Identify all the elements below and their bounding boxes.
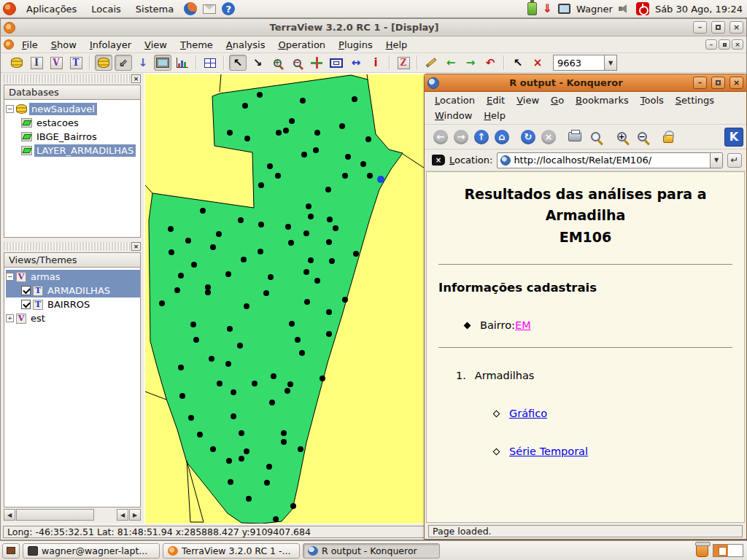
forward-button[interactable]: →: [452, 128, 470, 146]
info-tool-icon[interactable]: i: [367, 55, 384, 71]
trap-point[interactable]: [273, 516, 279, 522]
theme-checkbox[interactable]: [21, 286, 31, 295]
trap-point[interactable]: [268, 274, 274, 280]
remove-pointer-icon[interactable]: ×: [529, 55, 546, 71]
trap-point[interactable]: [227, 326, 233, 332]
print-button[interactable]: [566, 128, 584, 146]
menu-settings[interactable]: Settings: [670, 93, 720, 108]
user-switcher[interactable]: Wagner: [576, 4, 613, 15]
trap-point[interactable]: [174, 287, 180, 293]
trap-point[interactable]: [367, 173, 373, 179]
view-node-label[interactable]: est: [28, 312, 47, 324]
trap-point[interactable]: [281, 439, 287, 445]
taskbar-button[interactable]: R output - Konqueror: [303, 543, 440, 559]
trap-point[interactable]: [200, 208, 206, 214]
applications-menu[interactable]: Aplicações: [22, 2, 81, 16]
back-button[interactable]: ←: [432, 128, 449, 146]
trap-point[interactable]: [325, 187, 331, 192]
trap-point[interactable]: [225, 271, 231, 277]
trap-point[interactable]: [257, 92, 263, 98]
workspace-2[interactable]: [728, 545, 743, 556]
trap-point[interactable]: [231, 389, 236, 395]
distance-icon[interactable]: ↔: [347, 55, 365, 71]
menu-analysis[interactable]: Analysis: [220, 38, 272, 52]
trap-point[interactable]: [342, 173, 348, 179]
menu-go[interactable]: Go: [545, 93, 570, 108]
clock[interactable]: Sáb 30 Ago, 19:24: [655, 4, 744, 15]
trap-point[interactable]: [231, 413, 236, 419]
trap-point[interactable]: [299, 350, 305, 356]
maximize-button[interactable]: [711, 21, 725, 34]
trap-point[interactable]: [342, 297, 348, 303]
menu-infolayer[interactable]: Infolayer: [83, 38, 138, 52]
trap-point[interactable]: [244, 448, 249, 454]
draw-icon[interactable]: [422, 55, 440, 71]
volume-icon[interactable]: [619, 4, 630, 14]
trap-point[interactable]: [241, 257, 247, 262]
trap-point[interactable]: [304, 299, 310, 305]
menu-edit[interactable]: Edit: [481, 93, 511, 108]
home-button[interactable]: ⌂: [493, 128, 511, 146]
zoom-in-icon[interactable]: +: [268, 55, 286, 71]
layer-label[interactable]: LAYER_ARMADILHAS: [34, 144, 136, 157]
trap-point[interactable]: [193, 337, 199, 343]
zoom-extent-icon[interactable]: [328, 55, 345, 71]
tree-row-layer[interactable]: LAYER_ARMADILHAS: [6, 144, 140, 158]
mdi-restore-button[interactable]: [719, 39, 730, 50]
trap-point[interactable]: [242, 103, 248, 109]
trap-point[interactable]: [178, 365, 184, 370]
theme-label[interactable]: BAIRROS: [45, 298, 92, 311]
trap-point[interactable]: [191, 262, 197, 268]
trap-point[interactable]: [301, 152, 307, 158]
trap-point[interactable]: [246, 496, 252, 502]
import-data-icon[interactable]: [95, 55, 112, 71]
trap-point[interactable]: [269, 400, 275, 405]
trap-point[interactable]: [360, 161, 366, 167]
power-button-icon[interactable]: [636, 2, 649, 15]
expand-icon[interactable]: +: [6, 314, 14, 322]
views-dock-close-icon[interactable]: ×: [131, 242, 141, 251]
previous-display-icon[interactable]: ←: [442, 55, 460, 71]
menu-plugins[interactable]: Plugins: [332, 38, 379, 52]
trap-point[interactable]: [159, 300, 165, 306]
scroll-left-icon[interactable]: ◀: [117, 509, 128, 521]
ubuntu-logo-icon[interactable]: [3, 2, 16, 15]
menu-location[interactable]: Location: [429, 93, 481, 108]
collapse-icon[interactable]: −: [6, 273, 14, 281]
database-icon[interactable]: [8, 55, 26, 71]
trap-point[interactable]: [225, 361, 231, 367]
add-theme-icon[interactable]: ↓: [134, 55, 152, 71]
tree-row-database[interactable]: − newSaudavel: [6, 102, 140, 116]
trap-point[interactable]: [217, 381, 222, 386]
scroll-left-icon[interactable]: ◀: [4, 509, 15, 521]
trap-point[interactable]: [295, 337, 301, 343]
trap-point[interactable]: [353, 251, 359, 257]
close-button[interactable]: ×: [729, 21, 743, 34]
up-button[interactable]: ↑: [473, 128, 490, 146]
workspace-1[interactable]: [713, 545, 728, 556]
view-node-label[interactable]: armas: [28, 271, 63, 283]
find-button[interactable]: [587, 128, 604, 146]
trash-icon[interactable]: [696, 544, 708, 557]
trap-point[interactable]: [283, 128, 289, 133]
theme-checkbox[interactable]: [21, 300, 31, 309]
trap-point[interactable]: [339, 123, 345, 129]
trap-point[interactable]: [252, 381, 258, 386]
trap-point[interactable]: [314, 130, 320, 136]
databases-dock-close-icon[interactable]: ×: [131, 74, 141, 83]
trap-point[interactable]: [238, 217, 244, 223]
trap-point[interactable]: [345, 154, 351, 160]
workspace-switcher[interactable]: [713, 544, 743, 557]
tree-row-theme[interactable]: TBAIRROS: [6, 298, 140, 311]
maximize-button[interactable]: [711, 77, 725, 89]
taskbar-button[interactable]: wagner@wagner-lapt...: [23, 543, 160, 559]
trap-point[interactable]: [264, 480, 270, 486]
graphic-window-icon[interactable]: [174, 55, 191, 71]
trap-point[interactable]: [306, 203, 311, 209]
tree-row-theme[interactable]: TARMADILHAS: [6, 284, 140, 298]
tree-row-view[interactable]: − V armas: [6, 270, 140, 284]
zoom-out-button[interactable]: −: [633, 128, 651, 146]
databases-dock-handle[interactable]: ×: [4, 74, 141, 83]
trap-point[interactable]: [289, 321, 295, 327]
next-display-icon[interactable]: →: [462, 55, 479, 71]
